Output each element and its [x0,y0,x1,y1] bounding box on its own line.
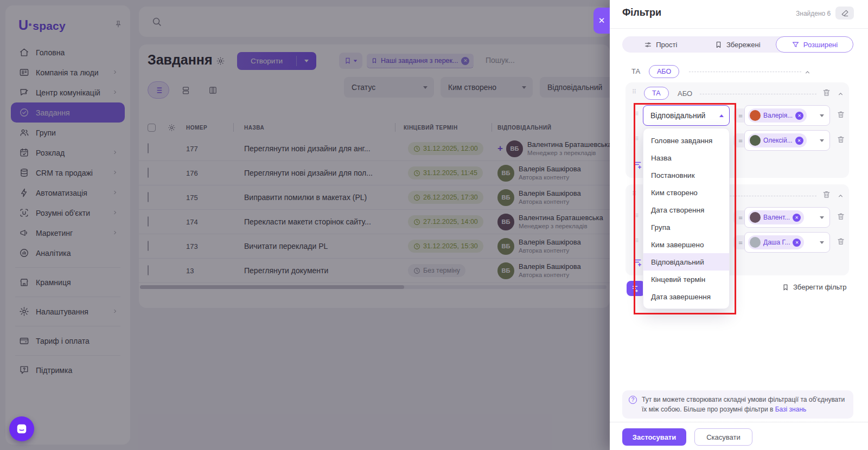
value-select[interactable]: Даша Г...✕ [744,232,830,253]
avatar [750,110,761,121]
dropdown-option[interactable]: Назва [643,149,729,166]
drag-handle-icon[interactable]: ⠿ [635,111,639,117]
drag-handle-icon[interactable]: ⠿ [632,190,636,197]
filters-tabs: ПростіЗбереженіРозширені [622,36,853,53]
filters-title: Фільтри [622,7,661,18]
root-logic-or[interactable]: АБО [649,65,679,78]
app-window: U spacy Головна Компанія та люди Центр к… [0,0,868,450]
dropdown-option[interactable]: Головне завдання [643,132,729,149]
avatar [750,135,761,146]
collapse-group-icon[interactable] [837,90,844,100]
avatar [750,212,761,223]
question-icon: ? [629,396,637,404]
dropdown-option[interactable]: Дата завершення [643,288,729,305]
delete-condition-trash-icon[interactable] [837,237,845,248]
group-logic-or[interactable]: АБО [678,89,692,98]
dropdown-option[interactable]: Група [643,218,729,236]
tab-funnel[interactable]: Розширені [776,36,853,53]
value-select[interactable]: Валерія...✕ [744,105,830,126]
value-select[interactable]: Олексій...✕ [744,130,830,151]
root-logic-and[interactable]: ТА [631,67,640,75]
dropdown-option[interactable]: Постановник [643,166,729,184]
support-chat-button[interactable] [9,416,34,441]
drag-handle-icon[interactable]: ⠿ [635,136,639,142]
drag-handle-icon[interactable]: ⠿ [635,238,639,243]
sliders-icon [644,41,652,49]
dropdown-option[interactable]: Кінцевий термін [643,271,729,288]
avatar [750,237,761,248]
cancel-button[interactable]: Скасувати [694,428,752,446]
tab-sliders[interactable]: Прості [622,36,699,53]
modal-dim-overlay[interactable] [0,0,610,450]
apply-button[interactable]: Застосувати [622,428,686,446]
bookmark-icon [714,41,723,49]
knowledge-base-link[interactable]: Базі знань [775,406,807,413]
dropdown-option[interactable]: Відповідальний [643,253,729,271]
close-icon: ✕ [598,16,605,25]
drag-handle-icon[interactable]: ⠿ [632,88,636,95]
remove-value-icon[interactable]: ✕ [795,137,803,145]
info-box: ? Тут ви можете створювати складні умови… [622,390,853,419]
field-select[interactable]: Відповідальний [643,105,730,126]
bookmark-icon [782,284,789,291]
add-group-button[interactable] [627,281,645,296]
info-text: Тут ви можете створювати складні умови ф… [642,396,845,413]
divider [610,28,868,29]
chat-icon [16,423,28,435]
save-filter-label: Зберегти фільтр [793,283,847,291]
tab-bookmark[interactable]: Збережені [699,36,776,53]
filter-condition-row: ⠿ Відповідальний = Валерія...✕ [626,105,849,126]
drag-handle-icon[interactable]: ⠿ [635,213,639,218]
root-logic-row: ТА АБО [631,65,856,78]
delete-condition-trash-icon[interactable] [837,212,845,223]
save-filter-button[interactable]: Зберегти фільтр [782,283,847,291]
delete-group-trash-icon[interactable] [822,88,831,99]
dropdown-option[interactable]: Ким завершено [643,236,729,253]
divider [700,94,816,94]
value-select[interactable]: Валент...✕ [744,207,830,228]
clear-filters-button[interactable] [835,7,854,20]
filters-panel: Фільтри Знайдено 6 ПростіЗбереженіРозшир… [610,0,868,450]
remove-value-icon[interactable]: ✕ [793,214,801,222]
delete-condition-trash-icon[interactable] [837,110,845,121]
delete-condition-trash-icon[interactable] [837,135,845,146]
field-dropdown-menu: Головне завданняНазваПостановникКим ство… [643,128,730,309]
collapse-root-icon[interactable] [804,68,811,78]
remove-value-icon[interactable]: ✕ [793,239,801,247]
close-filters-button[interactable]: ✕ [593,8,610,34]
funnel-icon [792,41,800,49]
divider [610,422,868,422]
group-logic-and[interactable]: ТА [644,87,669,100]
collapse-group-icon[interactable] [837,192,844,202]
delete-group-trash-icon[interactable] [822,190,831,201]
remove-value-icon[interactable]: ✕ [795,112,803,120]
divider [689,72,801,72]
found-count: Знайдено 6 [796,10,831,17]
dropdown-option[interactable]: Ким створено [643,184,729,201]
dropdown-option[interactable]: Дата створення [643,201,729,218]
